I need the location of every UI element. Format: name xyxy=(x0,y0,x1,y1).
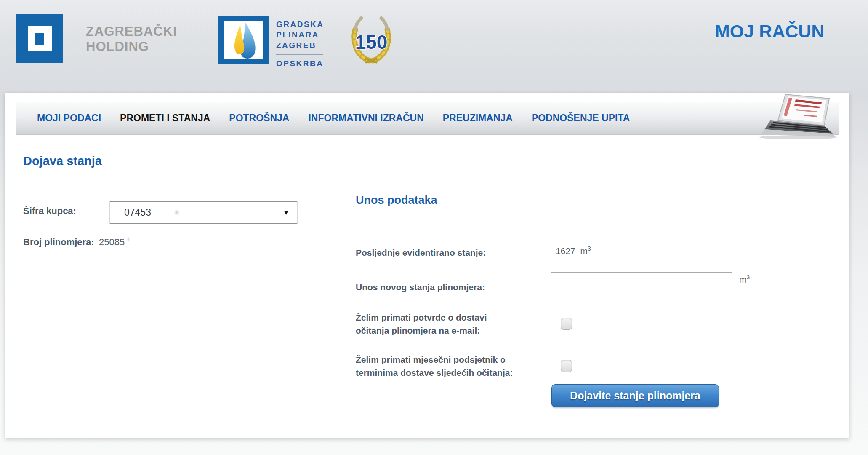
nav-item-moji-podaci[interactable]: MOJI PODACI xyxy=(37,112,101,124)
gpz-divider xyxy=(276,54,323,55)
new-reading-label: Unos novog stanja plinomjera: xyxy=(356,281,485,294)
account-page-title: MOJ RAČUN xyxy=(715,21,824,42)
top-header: ZAGREBAČKI HOLDING GRADSKA PLINARA ZAGRE… xyxy=(0,0,868,93)
gradska-plinara-wordmark: GRADSKA PLINARA ZAGREB OPSKRBA xyxy=(276,19,324,69)
nav-item-potrosnja[interactable]: POTROŠNJA xyxy=(229,112,289,124)
content-card: MOJI PODACI PROMETI I STANJA POTROŠNJA I… xyxy=(5,93,849,438)
nav-item-podnosenje-upita[interactable]: PODNOŠENJE UPITA xyxy=(532,112,630,124)
holding-name-line2: HOLDING xyxy=(86,39,149,54)
new-reading-unit: m3 xyxy=(739,274,750,285)
nav-item-preuzimanja[interactable]: PREUZIMANJA xyxy=(443,112,513,124)
customer-code-label: Šifra kupca: xyxy=(23,206,76,217)
redacted-customer-name xyxy=(174,210,179,215)
reminder-checkbox[interactable] xyxy=(561,360,572,372)
zagrebacki-holding-wordmark: ZAGREBAČKI HOLDING xyxy=(86,24,177,54)
holding-name-line1: ZAGREBAČKI xyxy=(86,24,177,39)
page-title: Dojava stanja xyxy=(23,154,102,168)
gpz-sub-label: OPSKRBA xyxy=(276,58,324,69)
title-divider xyxy=(16,180,838,180)
entry-section-divider xyxy=(356,222,838,222)
last-reading-value: 1627 m3 xyxy=(556,245,591,256)
zagrebacki-holding-logo-icon[interactable] xyxy=(16,14,63,63)
email-confirm-checkbox[interactable] xyxy=(561,318,572,330)
nav-item-informativni-izracun[interactable]: INFORMATIVNI IZRAČUN xyxy=(308,112,423,124)
email-confirm-label: Želim primati potvrde o dostavi očitanja… xyxy=(356,311,487,337)
laptop-invoice-image xyxy=(745,93,841,140)
last-reading-label: Posljednje evidentirano stanje: xyxy=(356,246,486,259)
gpz-line-1: GRADSKA xyxy=(276,19,324,29)
redacted-meter-digit xyxy=(127,237,130,242)
gpz-line-3: ZAGREB xyxy=(276,40,324,51)
meter-number-value: 25085 xyxy=(99,237,130,248)
reminder-label: Želim primati mjesečni podsjetnik o term… xyxy=(356,353,513,379)
badge-150-number: 150 xyxy=(355,31,388,53)
column-divider xyxy=(333,191,333,417)
chevron-down-icon: ▼ xyxy=(283,209,289,216)
customer-code-value: 07453 xyxy=(124,207,151,218)
gradska-plinara-flame-logo-icon[interactable] xyxy=(218,16,269,64)
submit-reading-button[interactable]: Dojavite stanje plinomjera xyxy=(551,384,719,407)
new-reading-input[interactable] xyxy=(551,272,732,293)
customer-code-select[interactable]: 07453 ▼ xyxy=(110,201,297,224)
150-years-badge-icon: 150 xyxy=(349,13,394,65)
meter-number-label: Broj plinomjera: xyxy=(23,237,94,248)
nav-item-prometi-i-stanja[interactable]: PROMETI I STANJA xyxy=(120,112,210,124)
main-navigation: MOJI PODACI PROMETI I STANJA POTROŠNJA I… xyxy=(16,102,839,135)
gpz-line-2: PLINARA xyxy=(276,29,324,40)
entry-section-title: Unos podataka xyxy=(356,194,437,207)
